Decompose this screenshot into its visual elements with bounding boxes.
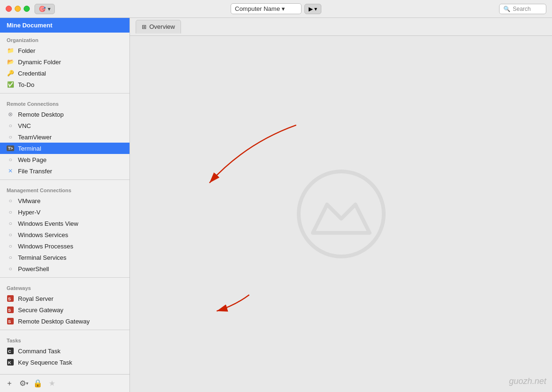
play-icon: ▶ xyxy=(309,6,313,12)
sidebar-item-label: Windows Services xyxy=(18,231,68,239)
add-icon: + xyxy=(7,379,11,388)
sidebar-item-label: Windows Processes xyxy=(18,243,73,250)
credential-icon: 🔑 xyxy=(7,69,14,77)
settings-chevron: ▾ xyxy=(26,381,28,386)
sidebar-item-hyper-v[interactable]: ○ Hyper-V xyxy=(0,206,129,218)
content-main: guozh.net xyxy=(130,36,552,392)
sidebar-item-label: Command Task xyxy=(18,348,60,355)
terminal-services-icon: ○ xyxy=(7,254,14,261)
watermark-logo xyxy=(294,167,388,261)
traffic-lights xyxy=(0,6,30,12)
watermark-text: guozh.net xyxy=(509,376,546,386)
sidebar-item-label: Secure Gateway xyxy=(18,307,63,314)
secure-gateway-icon: S xyxy=(7,306,14,314)
sidebar-bottom-toolbar: + ⚙ ▾ 🔒 ★ xyxy=(0,374,129,392)
sidebar-item-label: To-Do xyxy=(18,81,34,88)
sidebar-item-web-page[interactable]: ○ Web Page xyxy=(0,154,129,165)
settings-button[interactable]: ⚙ ▾ xyxy=(18,378,29,389)
sidebar-item-folder[interactable]: 📁 Folder xyxy=(0,45,129,56)
lock-button[interactable]: 🔒 xyxy=(32,378,43,389)
content-area: ⊞ Overview xyxy=(130,18,552,392)
titlebar-center: Computer Name ▾ ▶ ▾ xyxy=(231,3,321,14)
sidebar-item-command-task[interactable]: C Command Task xyxy=(0,345,129,357)
svg-marker-11 xyxy=(313,205,370,233)
divider-4 xyxy=(0,330,129,330)
sidebar: Mine Document Organization 📁 Folder 📂 Dy… xyxy=(0,18,130,392)
sidebar-item-label: VMware xyxy=(18,197,41,205)
tab-label: Overview xyxy=(149,23,175,30)
tab-overview[interactable]: ⊞ Overview xyxy=(136,20,181,34)
svg-text:S: S xyxy=(8,319,11,324)
sidebar-item-remote-desktop-gateway[interactable]: S Remote Desktop Gateway xyxy=(0,315,129,327)
minimize-button[interactable] xyxy=(15,6,21,12)
sidebar-item-vnc[interactable]: ○ VNC xyxy=(0,120,129,131)
sidebar-item-file-transfer[interactable]: ✕ File Transfer xyxy=(0,165,129,177)
sidebar-item-royal-server[interactable]: S Royal Server xyxy=(0,293,129,304)
sidebar-item-credential[interactable]: 🔑 Credential xyxy=(0,68,129,79)
sidebar-item-windows-services[interactable]: ○ Windows Services xyxy=(0,229,129,240)
section-label-management-connections: Management Connections xyxy=(0,183,129,195)
search-bar[interactable]: 🔍 Search xyxy=(499,4,546,14)
sidebar-item-vmware[interactable]: ○ VMware xyxy=(0,195,129,206)
sidebar-title: Mine Document xyxy=(7,22,52,29)
target-icon: 🎯 xyxy=(39,6,46,12)
sidebar-item-label: Terminal Services xyxy=(18,254,67,261)
section-label-gateways: Gateways xyxy=(0,281,129,293)
section-label-tasks: Tasks xyxy=(0,333,129,345)
divider-3 xyxy=(0,277,129,278)
toolbar-chevron: ▾ xyxy=(48,6,51,12)
command-task-icon: C xyxy=(7,347,14,355)
main-layout: Mine Document Organization 📁 Folder 📂 Dy… xyxy=(0,18,552,392)
titlebar: 🎯 ▾ Computer Name ▾ ▶ ▾ 🔍 Search xyxy=(0,0,552,18)
sidebar-item-powershell[interactable]: ○ PowerShell xyxy=(0,263,129,274)
computer-name-chevron: ▾ xyxy=(282,5,285,12)
vmware-icon: ○ xyxy=(7,197,14,205)
close-button[interactable] xyxy=(6,6,12,12)
sidebar-item-label: VNC xyxy=(18,122,31,129)
sidebar-item-label: Key Sequence Task xyxy=(18,359,72,366)
sidebar-item-terminal-services[interactable]: ○ Terminal Services xyxy=(0,252,129,263)
powershell-icon: ○ xyxy=(7,265,14,273)
web-page-icon: ○ xyxy=(7,156,14,163)
add-button[interactable]: + xyxy=(4,378,15,389)
sidebar-item-label: File Transfer xyxy=(18,168,52,175)
sidebar-item-key-sequence-task[interactable]: K Key Sequence Task xyxy=(0,357,129,368)
search-label: Search xyxy=(513,6,531,12)
section-label-organization: Organization xyxy=(0,33,129,45)
maximize-button[interactable] xyxy=(24,6,30,12)
sidebar-item-todo[interactable]: ✅ To-Do xyxy=(0,79,129,90)
royal-server-icon: S xyxy=(7,295,14,302)
grid-icon: ⊞ xyxy=(142,24,147,30)
computer-name-dropdown[interactable]: Computer Name ▾ xyxy=(231,3,302,14)
tab-bar: ⊞ Overview xyxy=(130,18,552,36)
sidebar-item-windows-events-view[interactable]: ○ Windows Events View xyxy=(0,218,129,229)
sidebar-item-teamviewer[interactable]: ○ TeamViewer xyxy=(0,131,129,143)
app-menu-button[interactable]: 🎯 ▾ xyxy=(34,4,55,14)
sidebar-item-label: Remote Desktop Gateway xyxy=(18,318,90,325)
folder-icon: 📁 xyxy=(7,47,14,54)
remote-desktop-gateway-icon: S xyxy=(7,317,14,325)
sidebar-item-label: TeamViewer xyxy=(18,134,52,141)
windows-services-icon: ○ xyxy=(7,231,14,239)
sidebar-item-label: Terminal xyxy=(18,145,41,152)
svg-point-10 xyxy=(299,171,384,256)
hyperv-icon: ○ xyxy=(7,208,14,216)
sidebar-item-dynamic-folder[interactable]: 📂 Dynamic Folder xyxy=(0,56,129,68)
sidebar-item-label: Web Page xyxy=(18,156,46,163)
sidebar-item-label: Royal Server xyxy=(18,295,53,302)
sidebar-item-label: PowerShell xyxy=(18,265,49,273)
star-button[interactable]: ★ xyxy=(46,378,58,389)
sidebar-item-terminal[interactable]: T> Terminal xyxy=(0,143,129,154)
remote-desktop-icon: ⊗ xyxy=(7,111,14,118)
divider-1 xyxy=(0,93,129,94)
sidebar-item-secure-gateway[interactable]: S Secure Gateway xyxy=(0,304,129,315)
gear-icon: ⚙ xyxy=(19,379,26,388)
play-button[interactable]: ▶ ▾ xyxy=(304,4,321,14)
vnc-icon: ○ xyxy=(7,122,14,129)
computer-name-label: Computer Name xyxy=(235,5,280,12)
section-label-remote-connections: Remote Connections xyxy=(0,96,129,109)
sidebar-item-remote-desktop[interactable]: ⊗ Remote Desktop xyxy=(0,109,129,120)
sidebar-item-windows-processes[interactable]: ○ Windows Processes xyxy=(0,240,129,252)
svg-text:C: C xyxy=(8,349,11,354)
terminal-icon: T> xyxy=(7,145,14,152)
